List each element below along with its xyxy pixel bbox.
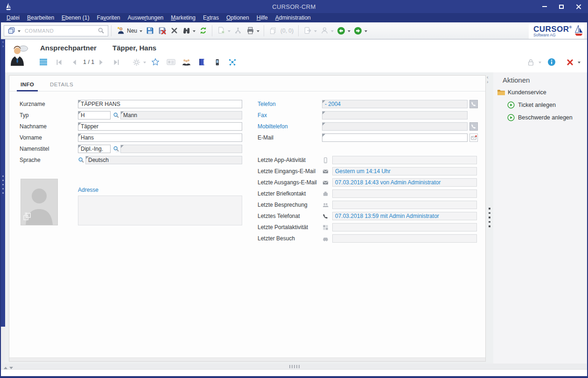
command-scope-icon[interactable] [7, 27, 15, 35]
workflow-gear-icon[interactable] [132, 57, 141, 67]
app-activity-field [332, 156, 477, 164]
save-button[interactable] [144, 26, 156, 36]
command-scope-caret-icon[interactable] [18, 30, 21, 34]
outgoing-mail-field[interactable]: 07.03.2018 14:43 von Admin Administrator [332, 178, 477, 187]
find-caret-icon[interactable] [193, 30, 196, 34]
dial-telefon-button[interactable] [469, 100, 478, 108]
discard-button[interactable] [156, 26, 168, 36]
lock-caret-icon[interactable] [539, 62, 541, 65]
print-caret-icon[interactable] [257, 30, 259, 34]
panel-collapse-icon[interactable]: ‹› [487, 75, 488, 84]
menu-extras[interactable]: Extras [199, 14, 223, 21]
namenstitel-lookup-icon[interactable]: ... [112, 145, 119, 153]
new-caret-icon[interactable] [140, 30, 142, 34]
nav-back-caret-icon[interactable] [348, 30, 350, 34]
contact-group-icon[interactable] [182, 57, 191, 67]
app-activity-label: Letzte App-Aktivität [258, 157, 306, 163]
bottom-splitter-bar[interactable] [1, 364, 587, 369]
send-email-button[interactable] [469, 133, 478, 142]
print-button[interactable] [244, 26, 256, 36]
incoming-mail-field[interactable]: Gestern um 14:14 Uhr [332, 167, 477, 175]
close-button[interactable] [571, 2, 585, 11]
panel-splitter[interactable]: ‹› [486, 72, 493, 364]
new-document-caret-icon[interactable] [228, 30, 231, 34]
menu-hilfe[interactable]: Hilfe [253, 14, 272, 21]
user-button[interactable] [318, 26, 330, 36]
bottom-grip-icon[interactable] [289, 365, 300, 368]
close-record-caret-icon[interactable] [578, 62, 581, 65]
command-box[interactable] [4, 25, 108, 36]
phone-call-field[interactable]: 07.03.2018 13:59 mit Admin Administrator [332, 212, 477, 220]
menu-bearbeiten[interactable]: Bearbeiten [23, 14, 58, 21]
refresh-button[interactable] [197, 26, 209, 36]
record-menu-icon[interactable] [39, 57, 48, 67]
command-input[interactable] [24, 28, 95, 34]
menu-optionen[interactable]: Optionen [223, 14, 253, 21]
export-caret-icon[interactable] [314, 30, 317, 34]
action-ticket-anlegen[interactable]: Ticket anlegen [507, 101, 556, 109]
left-panel-expand-icon[interactable]: ‹› [1, 40, 5, 49]
delete-button[interactable] [168, 26, 180, 36]
nav-next-icon[interactable] [96, 57, 105, 67]
namenstitel-code-field[interactable] [78, 145, 111, 153]
horizontal-scrollbar[interactable] [9, 357, 485, 361]
nav-forward-caret-icon[interactable] [364, 30, 367, 34]
nav-forward-button[interactable] [352, 26, 364, 36]
telefon-field[interactable]: - 2004 [322, 100, 468, 108]
menu-marketing[interactable]: Marketing [167, 14, 199, 21]
workflow-caret-icon[interactable] [143, 62, 146, 65]
email-label: E-Mail [258, 134, 273, 141]
new-button[interactable]: Neu [114, 26, 139, 36]
user-caret-icon[interactable] [331, 30, 334, 34]
mobile-phone-icon[interactable] [212, 57, 222, 67]
left-panel-strip-blue[interactable]: ‹› [1, 39, 5, 327]
assign-button[interactable] [232, 26, 244, 36]
app-logo-icon [5, 2, 12, 11]
mobiltelefon-label[interactable]: Mobiltelefon [258, 123, 288, 130]
email-input[interactable] [325, 134, 465, 141]
tab-bar: INFO DETAILS [9, 78, 485, 91]
email-field[interactable] [322, 133, 468, 142]
address-book-icon[interactable] [197, 57, 206, 67]
left-strip-grip-icon[interactable] [2, 175, 4, 194]
refresh-icon [199, 27, 207, 35]
maximize-button[interactable] [554, 2, 568, 11]
minimize-button[interactable] [538, 2, 552, 11]
menu-auswertungen[interactable]: Auswertungen [124, 14, 168, 21]
action-beschwerde-anlegen[interactable]: Beschwerde anlegen [507, 114, 573, 121]
splitter-grip-icon[interactable] [489, 208, 490, 227]
tab-info[interactable]: INFO [19, 82, 36, 91]
namenstitel-code-input[interactable] [81, 146, 108, 152]
menu-administration[interactable]: Administration [272, 14, 315, 21]
form-row: Letzte Eingangs-E-Mail Gestern um 14:14 … [9, 167, 485, 176]
left-panel-strip[interactable]: ‹› [1, 39, 5, 364]
lock-icon[interactable] [526, 57, 535, 67]
close-record-icon[interactable] [565, 57, 574, 67]
info-icon[interactable] [547, 57, 556, 67]
telefon-value[interactable]: - 2004 [325, 101, 341, 107]
nav-first-icon[interactable] [54, 57, 63, 67]
business-card-icon[interactable] [166, 57, 175, 67]
menu-datei[interactable]: Datei [3, 14, 23, 21]
menu-ebenen[interactable]: Ebenen (1) [58, 14, 93, 21]
dial-mobil-button[interactable] [469, 122, 478, 131]
new-document-button[interactable] [215, 26, 227, 36]
fax-label[interactable]: Fax [258, 112, 267, 119]
nav-prev-icon[interactable] [70, 57, 79, 67]
actions-group-kundenservice[interactable]: Kundenservice [497, 89, 546, 96]
command-search-icon[interactable] [97, 27, 105, 35]
nav-last-icon[interactable] [112, 57, 121, 67]
nav-back-button[interactable] [335, 26, 347, 36]
relations-icon[interactable] [228, 57, 237, 67]
toolbar-separator [212, 25, 212, 36]
app-activity-icon [322, 157, 329, 164]
menu-favoriten[interactable]: Favoriten [93, 14, 124, 21]
nav-forward-icon [354, 27, 362, 35]
find-button[interactable] [180, 26, 192, 36]
meeting-icon [322, 202, 329, 209]
telefon-label[interactable]: Telefon [258, 101, 276, 107]
run-action-icon [507, 101, 515, 109]
favorite-star-icon[interactable] [151, 57, 160, 67]
tab-details[interactable]: DETAILS [48, 82, 75, 91]
export-button[interactable] [301, 26, 314, 36]
